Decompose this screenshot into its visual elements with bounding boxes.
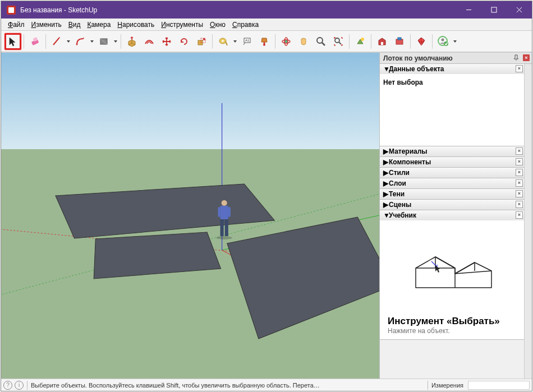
status-hint: Выберите объекты. Воспользуйтесь клавише… bbox=[31, 382, 424, 389]
tape-tool-button[interactable] bbox=[215, 33, 232, 50]
pan-tool-button[interactable] bbox=[295, 33, 312, 50]
entity-no-selection: Нет выбора bbox=[383, 77, 521, 87]
tray-scrollbar[interactable] bbox=[524, 64, 532, 379]
menu-file[interactable]: Файл bbox=[4, 20, 28, 30]
panel-entity-info: ▼Данные объекта× Нет выбора bbox=[380, 64, 524, 146]
ruby-button[interactable] bbox=[413, 33, 430, 50]
zoom-tool-button[interactable] bbox=[313, 33, 329, 50]
statusbar: ? i Выберите объекты. Воспользуйтесь кла… bbox=[1, 379, 532, 391]
extensions-button[interactable] bbox=[391, 33, 408, 50]
svg-rect-22 bbox=[398, 38, 401, 40]
svg-rect-40 bbox=[218, 207, 220, 217]
arc-tool-button[interactable] bbox=[72, 33, 89, 50]
pushpull-tool-button[interactable] bbox=[123, 33, 140, 50]
menubar: Файл Изменить Вид Камера Нарисовать Инст… bbox=[1, 19, 532, 31]
svg-rect-38 bbox=[220, 219, 224, 236]
panel-close-layers[interactable]: × bbox=[516, 179, 523, 187]
rotate-tool-button[interactable] bbox=[176, 33, 192, 50]
panel-head-styles[interactable]: ▶Стили× bbox=[380, 168, 524, 178]
panel-title-shadows: Тени bbox=[389, 190, 405, 198]
menu-edit[interactable]: Изменить bbox=[28, 20, 65, 30]
svg-point-24 bbox=[442, 38, 444, 41]
panel-close-shadows[interactable]: × bbox=[516, 190, 523, 197]
paint-tool-button[interactable] bbox=[256, 33, 273, 50]
shape-tool-button[interactable] bbox=[95, 33, 112, 50]
svg-text:A1: A1 bbox=[245, 39, 250, 42]
user-dropdown[interactable] bbox=[452, 33, 458, 50]
svg-point-18 bbox=[335, 38, 339, 43]
maximize-button[interactable] bbox=[481, 1, 507, 19]
svg-point-19 bbox=[361, 38, 364, 41]
app-icon bbox=[7, 6, 16, 15]
menu-help[interactable]: Справка bbox=[229, 20, 262, 30]
tray: Лоток по умолчанию × ▼Данные объекта× Не… bbox=[379, 53, 532, 379]
offset-tool-button[interactable] bbox=[141, 33, 158, 50]
zoom-extents-tool-button[interactable] bbox=[330, 33, 347, 50]
measurements-input[interactable] bbox=[468, 381, 530, 390]
panel-instructor: ▼Учебник× bbox=[380, 210, 524, 340]
panel-head-scenes[interactable]: ▶Сцены× bbox=[380, 200, 524, 210]
orbit-tool-button[interactable] bbox=[278, 33, 295, 50]
info-icon[interactable]: i bbox=[15, 381, 24, 390]
menu-window[interactable]: Окно bbox=[206, 20, 229, 30]
tray-title[interactable]: Лоток по умолчанию × bbox=[380, 53, 532, 64]
panel-close-materials[interactable]: × bbox=[516, 147, 523, 155]
panel-title-instructor: Учебник bbox=[389, 211, 416, 219]
panel-title-components: Компоненты bbox=[389, 158, 431, 166]
shape-dropdown[interactable] bbox=[113, 33, 118, 50]
add-location-button[interactable] bbox=[352, 33, 369, 50]
panel-close-components[interactable]: × bbox=[516, 158, 523, 165]
panel-head-materials[interactable]: ▶Материалы× bbox=[380, 146, 524, 156]
measurements-label: Измерения bbox=[431, 382, 463, 389]
window-title: Без названия - SketchUp bbox=[20, 6, 97, 14]
svg-rect-20 bbox=[381, 42, 383, 45]
panel-title-styles: Стили bbox=[389, 169, 410, 177]
text-tool-button[interactable]: A1 bbox=[238, 33, 255, 50]
minimize-button[interactable] bbox=[456, 1, 481, 19]
pin-icon[interactable] bbox=[513, 54, 520, 61]
arc-dropdown[interactable] bbox=[89, 33, 95, 50]
line-dropdown[interactable] bbox=[66, 33, 71, 50]
svg-rect-26 bbox=[1, 53, 379, 149]
panel-close-instructor[interactable]: × bbox=[516, 211, 523, 219]
scale-tool-button[interactable] bbox=[193, 33, 210, 50]
help-icon[interactable]: ? bbox=[3, 381, 12, 390]
line-tool-button[interactable] bbox=[48, 33, 65, 50]
panel-head-components[interactable]: ▶Компоненты× bbox=[380, 157, 524, 167]
instructor-tool-title: Инструмент «Выбрать» bbox=[388, 316, 500, 327]
menu-tools[interactable]: Инструменты bbox=[158, 20, 206, 30]
svg-point-6 bbox=[76, 43, 78, 45]
panel-title-scenes: Сцены bbox=[389, 201, 411, 209]
menu-draw[interactable]: Нарисовать bbox=[114, 20, 158, 30]
panel-head-shadows[interactable]: ▶Тени× bbox=[380, 189, 524, 199]
move-tool-button[interactable] bbox=[158, 33, 175, 50]
panel-close-scenes[interactable]: × bbox=[516, 201, 523, 208]
warehouse-button[interactable] bbox=[374, 33, 390, 50]
panel-close-styles[interactable]: × bbox=[516, 169, 523, 176]
user-button[interactable] bbox=[435, 33, 452, 50]
svg-point-36 bbox=[222, 200, 227, 206]
svg-rect-39 bbox=[225, 219, 228, 236]
menu-view[interactable]: Вид bbox=[65, 20, 84, 30]
instructor-tool-sub: Нажмите на объект. bbox=[388, 327, 450, 335]
panel-title-entity: Данные объекта bbox=[389, 65, 444, 73]
eraser-tool-button[interactable] bbox=[26, 33, 43, 50]
svg-point-14 bbox=[284, 40, 288, 43]
tray-close-icon[interactable]: × bbox=[523, 54, 530, 61]
tape-dropdown[interactable] bbox=[232, 33, 238, 50]
select-tool-button[interactable] bbox=[4, 33, 21, 50]
close-button[interactable] bbox=[507, 1, 532, 19]
panel-title-materials: Материалы bbox=[389, 147, 428, 155]
tray-title-label: Лоток по умолчанию bbox=[383, 54, 453, 62]
panel-head-entity[interactable]: ▼Данные объекта× bbox=[380, 64, 524, 74]
svg-point-17 bbox=[317, 38, 323, 43]
svg-rect-1 bbox=[491, 7, 497, 12]
toolbar: A1 bbox=[1, 31, 532, 52]
panel-head-instructor[interactable]: ▼Учебник× bbox=[380, 210, 524, 220]
viewport-3d[interactable] bbox=[1, 53, 379, 379]
instructor-illustration bbox=[388, 225, 516, 316]
panel-head-layers[interactable]: ▶Слои× bbox=[380, 178, 524, 188]
menu-camera[interactable]: Камера bbox=[84, 20, 114, 30]
panel-close-entity[interactable]: × bbox=[516, 65, 523, 72]
svg-point-42 bbox=[216, 236, 232, 239]
